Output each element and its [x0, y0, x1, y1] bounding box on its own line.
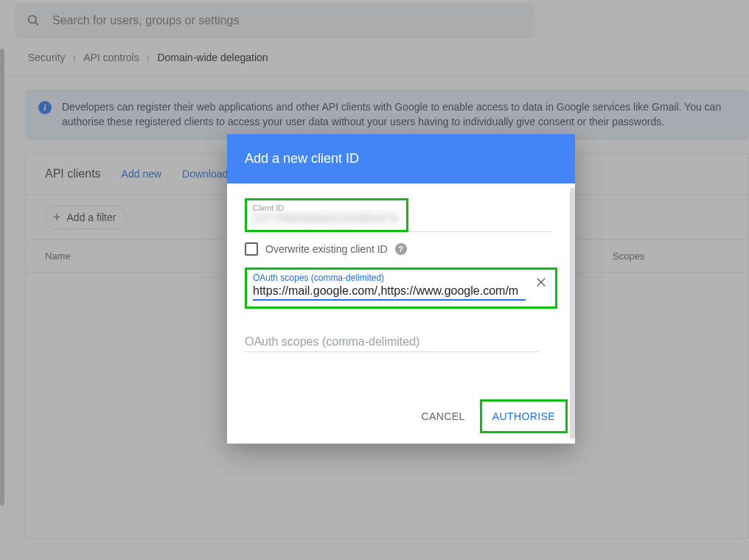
oauth-scopes-field[interactable]: OAuth scopes (comma-delimited)	[245, 267, 557, 309]
cancel-button[interactable]: CANCEL	[414, 403, 473, 430]
authorise-button[interactable]: AUTHORISE	[485, 403, 562, 430]
help-icon[interactable]: ?	[395, 243, 407, 255]
add-client-modal: Add a new client ID Client ID 1077056360…	[227, 134, 575, 444]
close-icon[interactable]	[534, 276, 548, 289]
oauth-scopes-label: OAuth scopes (comma-delimited)	[253, 273, 549, 283]
oauth-scopes-input[interactable]	[253, 283, 526, 301]
modal-title: Add a new client ID	[227, 134, 575, 183]
oauth-scopes-empty-input[interactable]: OAuth scopes (comma-delimited)	[245, 335, 540, 352]
modal-scrollbar[interactable]	[570, 188, 575, 439]
overwrite-label: Overwrite existing client ID	[265, 243, 388, 255]
client-id-field[interactable]: Client ID 107705636041532355473	[245, 198, 408, 232]
client-id-label: Client ID	[253, 203, 400, 212]
overwrite-checkbox[interactable]	[245, 242, 258, 256]
client-id-value: 107705636041532355473	[253, 212, 400, 225]
